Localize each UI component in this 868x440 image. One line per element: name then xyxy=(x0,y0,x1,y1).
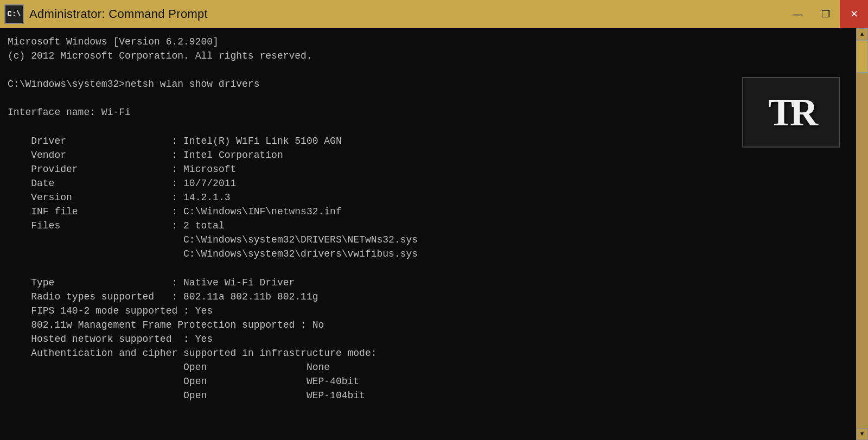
scroll-up-button[interactable]: ▲ xyxy=(856,28,868,40)
restore-button[interactable]: ❐ xyxy=(812,0,840,28)
scrollbar: ▲ ▼ xyxy=(856,28,868,440)
watermark: TR xyxy=(742,77,840,148)
terminal-content[interactable]: Microsoft Windows [Version 6.2.9200] (c)… xyxy=(0,28,856,440)
cmd-icon: C:\ xyxy=(4,4,24,24)
scroll-thumb[interactable] xyxy=(856,40,868,73)
minimize-button[interactable]: — xyxy=(783,0,812,28)
terminal-output: Microsoft Windows [Version 6.2.9200] (c)… xyxy=(8,35,848,403)
title-bar-left: C:\ Administrator: Command Prompt xyxy=(4,4,208,24)
window-controls: — ❐ ✕ xyxy=(783,0,868,28)
scroll-track[interactable] xyxy=(856,40,868,428)
terminal-wrapper: Microsoft Windows [Version 6.2.9200] (c)… xyxy=(0,28,868,440)
window-title: Administrator: Command Prompt xyxy=(29,7,208,21)
close-button[interactable]: ✕ xyxy=(840,0,868,28)
watermark-text: TR xyxy=(768,93,814,132)
scroll-down-button[interactable]: ▼ xyxy=(856,428,868,440)
title-bar: C:\ Administrator: Command Prompt — ❐ ✕ xyxy=(0,0,868,28)
